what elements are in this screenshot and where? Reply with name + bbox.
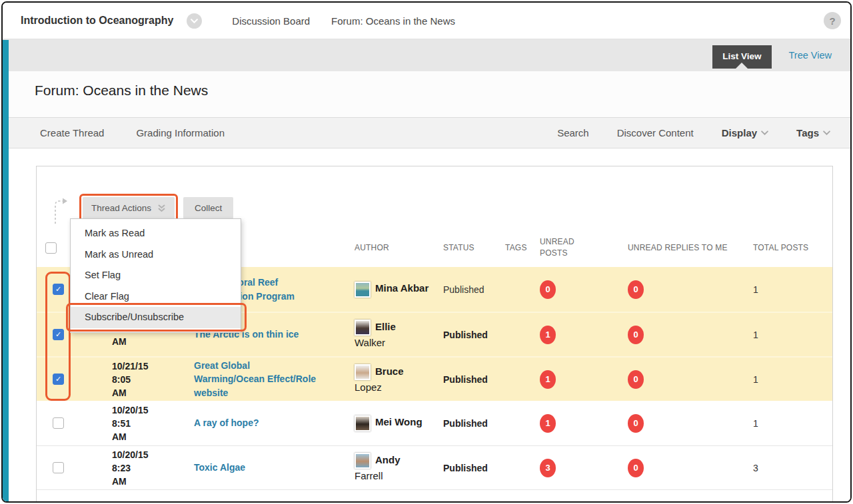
screenshot-frame: Introduction to Oceanography Discussion … [1, 1, 852, 503]
table-row: 10/20/15 8:51 AM A ray of hope? Mei Wong… [37, 401, 832, 445]
thread-link[interactable]: A ray of hope? [194, 417, 259, 428]
chevron-down-icon [823, 130, 830, 135]
breadcrumb-forum: Forum: Oceans in the News [331, 15, 455, 27]
course-title: Introduction to Oceanography [21, 15, 173, 27]
page-title: Forum: Oceans in the News [3, 71, 850, 99]
thread-actions-button[interactable]: Thread Actions [83, 197, 175, 219]
unread-replies-badge: 0 [628, 326, 644, 344]
left-edge-strip [3, 40, 9, 501]
search-button[interactable]: Search [557, 127, 589, 138]
tags-dropdown[interactable]: Tags [796, 127, 830, 138]
unread-replies-badge: 0 [628, 459, 644, 477]
breadcrumb-discussion-board[interactable]: Discussion Board [232, 15, 310, 27]
unread-posts-badge: 3 [540, 459, 556, 477]
status-label: Published [443, 374, 488, 385]
thread-date: 10/21/15 8:05 AM [74, 360, 161, 399]
total-posts-value: 1 [753, 330, 758, 340]
row-checkbox[interactable]: ✓ [53, 329, 64, 340]
status-label: Published [443, 330, 488, 340]
thread-author: Ellie Walker [324, 320, 440, 350]
chevron-down-icon [761, 130, 768, 135]
thread-link[interactable]: Great Global Warming/Ocean Effect/Role w… [194, 360, 316, 398]
tab-tree-view[interactable]: Tree View [789, 50, 832, 61]
row-checkbox[interactable]: ✓ [53, 374, 64, 385]
thread-author: Mina Akbar [324, 281, 440, 297]
thread-link[interactable]: Toxic Algae [194, 462, 245, 473]
main-content: Thread Actions Collect AUTHOR S [3, 148, 850, 503]
status-label: Published [443, 463, 488, 473]
unread-replies-badge: 0 [628, 414, 644, 433]
header-status[interactable]: STATUS [440, 243, 496, 252]
menu-item-mark-as-read[interactable]: Mark as Read [71, 223, 241, 244]
header-unread-posts[interactable]: UNREAD POSTS [516, 236, 590, 259]
collect-button[interactable]: Collect [183, 197, 233, 219]
chevron-down-icon [191, 19, 198, 23]
tags-label: Tags [796, 127, 819, 138]
avatar [355, 453, 371, 469]
avatar [355, 282, 371, 298]
thread-actions-menu: Mark as Read Mark as Unread Set Flag Cle… [70, 218, 241, 333]
top-bar: Introduction to Oceanography Discussion … [3, 3, 850, 39]
avatar [355, 364, 371, 380]
discover-content-button[interactable]: Discover Content [617, 127, 694, 138]
total-posts-value: 1 [753, 418, 758, 429]
tab-list-view[interactable]: List View [712, 45, 771, 69]
row-checkbox[interactable] [53, 417, 64, 429]
thread-list-card: Thread Actions Collect AUTHOR S [36, 166, 833, 503]
create-thread-button[interactable]: Create Thread [40, 127, 104, 138]
thread-actions-label: Thread Actions [91, 203, 151, 213]
select-all-checkbox[interactable] [45, 242, 57, 254]
menu-item-mark-as-unread[interactable]: Mark as Unread [71, 244, 241, 266]
row-checkbox[interactable] [53, 462, 64, 473]
thread-date: 10/20/15 8:51 AM [74, 403, 161, 443]
total-posts-value: 1 [753, 284, 758, 295]
header-tags[interactable]: TAGS [496, 243, 516, 252]
row-checkbox[interactable]: ✓ [53, 284, 64, 295]
avatar [355, 320, 371, 336]
unread-replies-badge: 0 [628, 280, 644, 299]
thread-author: Bruce Lopez [324, 364, 440, 394]
action-bar: Create Thread Grading Information Search… [3, 117, 850, 148]
status-label: Published [443, 284, 484, 295]
unread-posts-badge: 1 [540, 414, 556, 433]
display-label: Display [722, 127, 757, 138]
selection-arrow-icon [53, 197, 70, 225]
unread-replies-badge: 0 [628, 370, 644, 389]
menu-item-set-flag[interactable]: Set Flag [71, 265, 241, 286]
display-dropdown[interactable]: Display [722, 127, 768, 138]
course-menu-chevron-icon[interactable] [187, 13, 202, 29]
header-author[interactable]: AUTHOR [324, 243, 440, 252]
header-unread-replies[interactable]: UNREAD REPLIES TO ME [590, 242, 730, 254]
menu-item-clear-flag[interactable]: Clear Flag [71, 286, 241, 308]
heading-section: Forum: Oceans in the News [3, 71, 850, 117]
table-row: 10/20/15 8:23 AM Toxic Algae Andy Farrel… [37, 445, 832, 490]
menu-item-subscribe-unsubscribe[interactable]: Subscribe/Unsubscribe [71, 307, 241, 328]
header-total-posts[interactable]: TOTAL POSTS [730, 242, 832, 254]
unread-posts-badge: 1 [540, 326, 556, 344]
thread-author: Andy Farrell [324, 453, 440, 483]
avatar [355, 415, 371, 431]
total-posts-value: 1 [753, 374, 758, 385]
thread-date: 10/20/15 8:23 AM [74, 448, 161, 488]
total-posts-value: 3 [753, 463, 758, 473]
view-tabs-band: List View Tree View [3, 39, 850, 71]
help-button[interactable]: ? [824, 12, 841, 29]
thread-author: Mei Wong [324, 415, 440, 431]
unread-posts-badge: 1 [540, 370, 556, 389]
table-row: ✓ 10/21/15 8:05 AM Great Global Warming/… [37, 356, 832, 401]
header-checkbox-cell [37, 242, 74, 254]
grading-information-button[interactable]: Grading Information [136, 127, 225, 138]
status-label: Published [443, 418, 488, 429]
double-chevron-down-icon [157, 204, 166, 212]
action-bar-right: Search Discover Content Display Tags [557, 127, 830, 138]
action-bar-left: Create Thread Grading Information [40, 127, 225, 138]
unread-posts-badge: 0 [540, 280, 556, 299]
